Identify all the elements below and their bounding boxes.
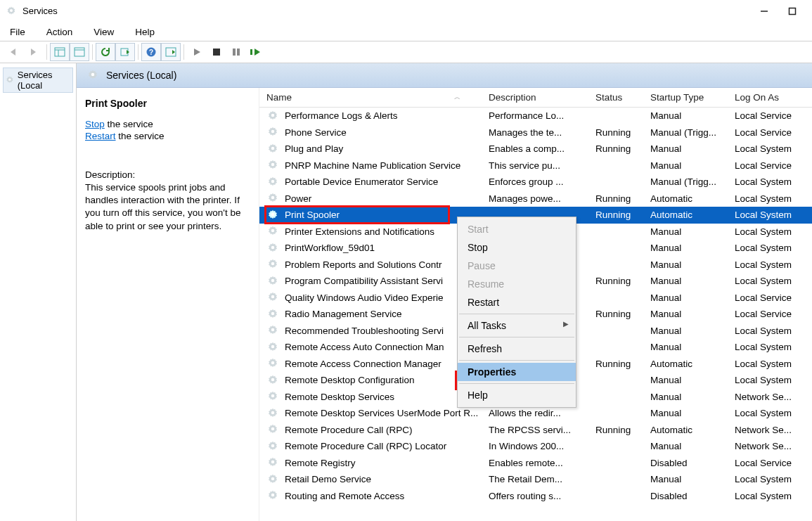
maximize-button[interactable] [787,6,798,17]
service-row[interactable]: Retail Demo ServiceThe Retail Dem...Manu… [259,471,812,488]
service-startup: Disabled [650,491,735,501]
service-gear-icon [266,407,279,420]
service-row[interactable]: PNRP Machine Name Publication ServiceThi… [259,157,812,174]
context-help[interactable]: Help [458,386,576,404]
context-start[interactable]: Start [458,220,576,238]
service-logon: Local Service [735,458,812,468]
service-logon: Local Service [735,127,812,138]
context-menu: Start Stop Pause Resume Restart All Task… [457,217,576,408]
selected-service-name: Print Spooler [85,98,250,109]
help-button[interactable]: ? [141,43,161,61]
refresh-button[interactable] [96,43,115,61]
column-header-startup[interactable]: Startup Type [650,92,735,103]
stop-service-link[interactable]: Stop [85,119,105,129]
service-status: Running [595,309,650,319]
service-startup: Manual [650,259,735,270]
service-startup: Automatic [650,193,735,204]
minimize-button[interactable] [759,6,770,17]
menu-view[interactable]: View [89,25,118,39]
service-description: Manages the te... [489,127,595,138]
service-startup: Manual [650,408,735,418]
column-header-logon[interactable]: Log On As [735,92,812,103]
service-gear-icon [266,440,279,453]
service-startup: Manual [650,110,735,121]
svg-point-41 [271,494,275,497]
service-row[interactable]: Plug and PlayEnables a comp...RunningMan… [259,141,812,157]
menu-file[interactable]: File [6,25,30,39]
service-name: Print Spooler [285,210,340,220]
svg-point-23 [271,196,275,200]
svg-rect-3 [55,48,65,56]
service-description: The Retail Dem... [489,474,595,484]
svg-rect-14 [237,49,240,56]
service-name: Remote Desktop Configuration [285,375,415,385]
service-logon: Local System [735,210,812,220]
service-startup: Automatic [650,425,735,435]
pause-service-button[interactable] [226,43,246,61]
service-name: Power [285,193,311,204]
start-service-button[interactable] [187,43,207,61]
export-list-button[interactable] [115,43,135,61]
tree-item-services-local[interactable]: Services (Local [3,67,73,93]
service-description: Manages powe... [489,193,595,204]
column-header-description[interactable]: Description [489,92,595,103]
svg-point-20 [271,146,275,150]
svg-point-39 [271,461,275,464]
context-resume[interactable]: Resume [458,275,576,293]
svg-rect-6 [75,48,84,56]
service-gear-icon [266,341,279,354]
service-row[interactable]: Performance Logs & AlertsPerformance Lo.… [259,108,812,124]
context-stop[interactable]: Stop [458,238,576,257]
restart-service-button[interactable] [246,43,266,61]
service-gear-icon [266,390,279,403]
svg-point-22 [271,179,275,183]
service-gear-icon [266,225,279,238]
svg-point-24 [271,212,275,216]
service-row[interactable]: Remote RegistryEnables remote...Disabled… [259,455,812,472]
service-status: Running [595,210,650,220]
service-logon: Local System [735,359,812,369]
context-restart[interactable]: Restart [458,293,576,311]
context-all-tasks[interactable]: All Tasks▶ [458,316,576,335]
context-refresh[interactable]: Refresh [458,340,576,358]
column-header-name[interactable]: Name ︿ [266,92,489,103]
service-description: This service pu... [489,160,595,171]
menu-help[interactable]: Help [131,25,159,39]
forward-button[interactable] [24,43,44,61]
column-header-status[interactable]: Status [595,92,650,103]
stop-service-button[interactable] [207,43,226,61]
back-button[interactable] [4,43,24,61]
service-name: Remote Procedure Call (RPC) [285,425,413,435]
service-row[interactable]: Portable Device Enumerator ServiceEnforc… [259,174,812,191]
service-description: Allows the redir... [489,408,595,418]
service-logon: Local Service [735,160,812,171]
service-row[interactable]: Routing and Remote AccessOffers routing … [259,488,812,505]
context-pause[interactable]: Pause [458,257,576,275]
properties-toolbar-button[interactable] [161,43,181,61]
context-properties[interactable]: Properties [458,363,576,381]
service-name: Problem Reports and Solutions Contr [285,259,442,270]
svg-point-0 [10,9,13,12]
service-startup: Manual (Trigg... [650,127,735,138]
service-logon: Local System [735,243,812,253]
menu-action[interactable]: Action [42,25,77,39]
service-row[interactable]: PowerManages powe...RunningAutomaticLoca… [259,191,812,207]
service-name: Radio Management Service [285,309,402,319]
service-gear-icon [266,209,279,221]
service-row[interactable]: Remote Procedure Call (RPC) LocatorIn Wi… [259,438,812,455]
restart-service-link[interactable]: Restart [85,131,116,141]
service-name: Remote Desktop Services UserMode Port R.… [285,408,478,418]
service-gear-icon [266,324,279,337]
tab-label: Services (Local) [106,70,176,81]
svg-rect-15 [250,49,252,55]
service-startup: Manual [650,392,735,402]
service-row[interactable]: Remote Procedure Call (RPC)The RPCSS ser… [259,422,812,439]
tree-pane: Services (Local [0,63,77,521]
detail-pane-button[interactable] [70,43,89,61]
svg-point-26 [271,245,275,249]
service-row[interactable]: Phone ServiceManages the te...RunningMan… [259,124,812,141]
show-hide-tree-button[interactable] [50,43,70,61]
service-gear-icon [266,308,279,321]
service-status: Running [595,276,650,286]
service-startup: Manual [650,160,735,171]
